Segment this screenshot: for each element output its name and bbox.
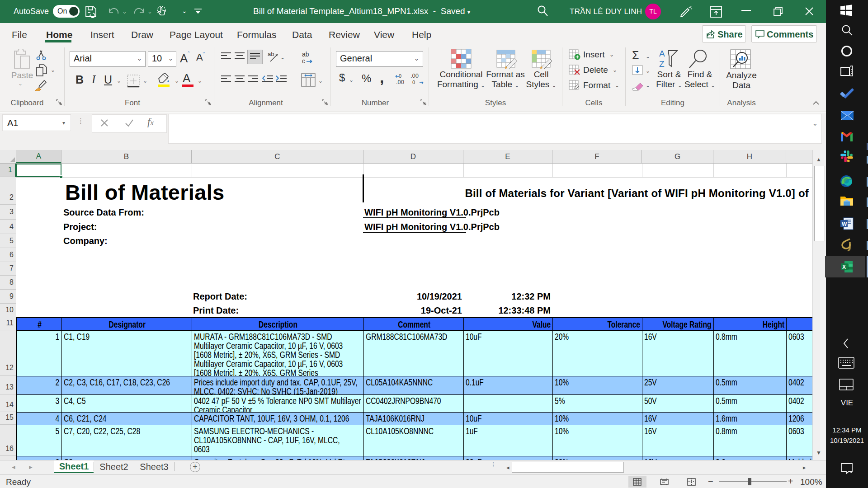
svg-text:.00: .00 <box>396 79 404 85</box>
svg-text:c: c <box>302 57 305 64</box>
svg-text:0: 0 <box>399 73 401 79</box>
svg-text:ab: ab <box>268 51 274 57</box>
svg-text:.00: .00 <box>410 73 419 79</box>
svg-text:0: 0 <box>412 80 415 85</box>
svg-text:X: X <box>842 264 846 270</box>
svg-text:ab: ab <box>302 51 309 58</box>
svg-text:Z: Z <box>659 59 665 69</box>
svg-text:W: W <box>842 221 847 227</box>
svg-text:A: A <box>659 49 665 58</box>
